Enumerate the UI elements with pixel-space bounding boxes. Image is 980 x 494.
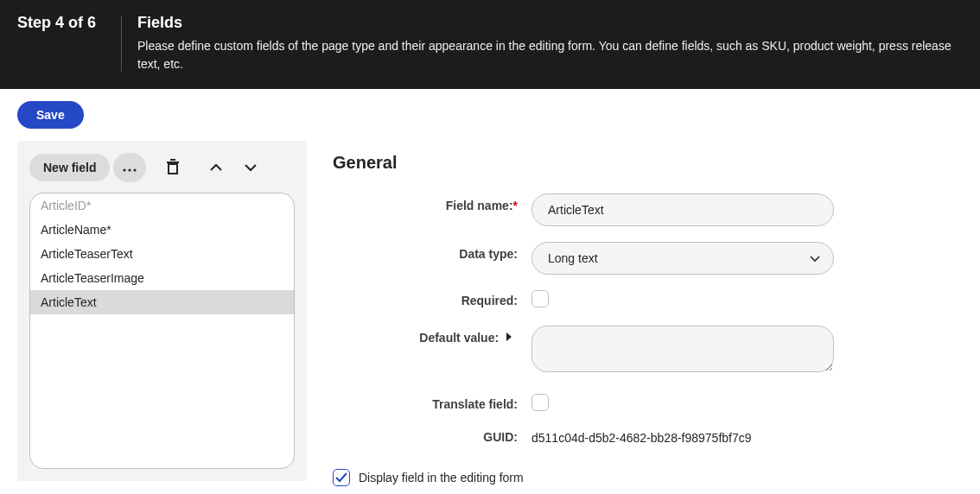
content-area: New field ArticleID <box>0 141 980 486</box>
caret-right-icon <box>506 332 512 342</box>
wizard-header: Step 4 of 6 Fields Please define custom … <box>0 0 980 89</box>
data-type-select[interactable]: Long text <box>531 242 834 275</box>
header-content: Fields Please define custom fields of th… <box>137 14 963 73</box>
label-guid: GUID: <box>333 430 531 444</box>
row-display-in-form: Display field in the editing form <box>333 469 980 486</box>
label-default-value: Default value: <box>333 326 531 345</box>
svg-rect-4 <box>170 159 175 161</box>
delete-button[interactable] <box>156 153 189 182</box>
svg-rect-3 <box>167 162 179 163</box>
row-field-name: Field name:* <box>333 193 980 226</box>
field-list-item[interactable]: ArticleName* <box>30 218 294 242</box>
row-default-value: Default value: <box>333 326 980 375</box>
field-name-input[interactable] <box>531 193 834 226</box>
section-title: General <box>333 153 980 173</box>
more-actions-button[interactable] <box>113 153 146 182</box>
row-required: Required: <box>333 290 980 310</box>
save-button[interactable]: Save <box>17 101 84 129</box>
header-divider <box>121 16 122 72</box>
row-guid: GUID: d511c04d-d5b2-4682-bb28-f98975fbf7… <box>333 429 980 445</box>
default-value-input[interactable] <box>531 326 834 372</box>
required-asterisk: * <box>513 199 518 212</box>
field-list: ArticleID*ArticleName*ArticleTeaserTextA… <box>29 193 295 469</box>
fields-sidebar: New field ArticleID <box>17 141 307 481</box>
move-up-button[interactable] <box>200 153 232 182</box>
required-checkbox[interactable] <box>531 290 549 307</box>
translate-checkbox[interactable] <box>531 394 549 411</box>
label-translate: Translate field: <box>333 397 531 411</box>
field-list-item[interactable]: ArticleTeaserText <box>30 242 294 266</box>
more-icon <box>123 162 137 174</box>
svg-rect-5 <box>169 164 177 174</box>
chevron-up-icon <box>209 162 223 174</box>
field-list-item[interactable]: ArticleText <box>30 290 294 314</box>
display-in-form-label: Display field in the editing form <box>359 471 524 484</box>
guid-value: d511c04d-d5b2-4682-bb28-f98975fbf7c9 <box>531 429 752 445</box>
chevron-down-icon <box>244 162 258 174</box>
new-field-button[interactable]: New field <box>29 154 110 181</box>
label-field-name: Field name:* <box>333 193 531 212</box>
label-data-type: Data type: <box>333 242 531 261</box>
trash-icon <box>166 159 180 177</box>
sidebar-toolbar: New field <box>29 153 295 182</box>
header-description: Please define custom fields of the page … <box>137 37 963 73</box>
row-translate: Translate field: <box>333 394 980 414</box>
row-data-type: Data type: Long text <box>333 242 980 275</box>
expand-default-button[interactable] <box>506 332 512 342</box>
step-indicator: Step 4 of 6 <box>17 14 121 32</box>
svg-point-0 <box>124 168 126 171</box>
display-in-form-checkbox[interactable] <box>333 469 350 486</box>
move-down-button[interactable] <box>234 153 267 182</box>
header-title: Fields <box>137 14 963 32</box>
svg-point-1 <box>129 168 131 171</box>
label-required: Required: <box>333 294 531 307</box>
svg-point-2 <box>134 168 137 171</box>
field-list-item[interactable]: ArticleID* <box>30 193 294 218</box>
action-toolbar: Save <box>0 89 980 141</box>
field-editor: General Field name:* Data type: Long tex… <box>307 141 980 486</box>
field-list-item[interactable]: ArticleTeaserImage <box>30 266 294 290</box>
